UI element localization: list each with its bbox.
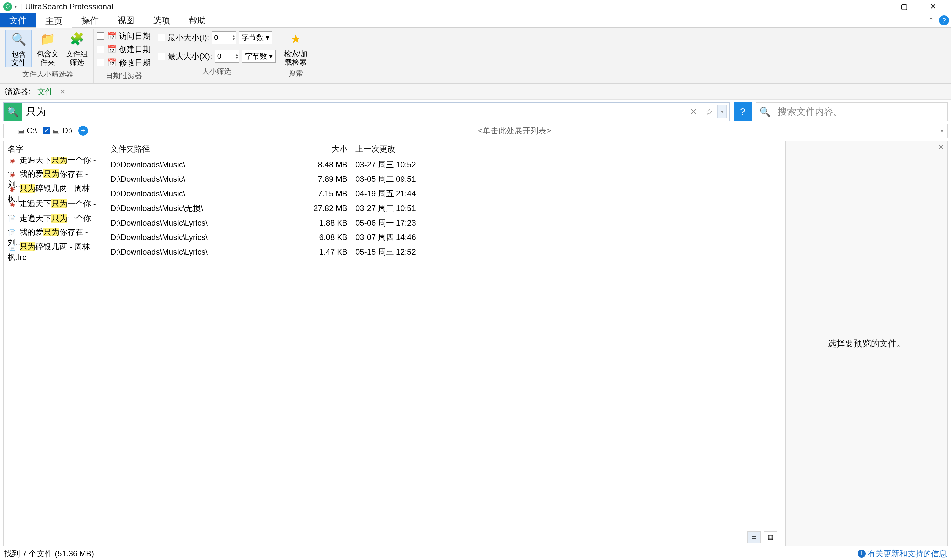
audio-file-icon: ◉ — [8, 200, 17, 209]
filter-label: 筛选器: — [5, 86, 31, 97]
drive-row-dropdown-icon[interactable]: ▾ — [941, 128, 943, 134]
query-help-button[interactable]: ? — [734, 102, 752, 121]
column-header-path[interactable]: 文件夹路径 — [106, 141, 292, 157]
drive-c-label: C:\ — [27, 126, 37, 135]
filter-strip: 筛选器: 文件 ✕ — [0, 84, 951, 100]
tab-file[interactable]: 文件 — [0, 13, 36, 28]
results-pane: 名字 文件夹路径 大小 上一次更改 ◉走遍天下只为一个你 - ...D:\Dow… — [3, 141, 782, 546]
chevron-down-icon: ▾ — [269, 52, 272, 61]
help-icon[interactable]: ? — [939, 15, 949, 25]
app-title: UltraSearch Professional — [25, 2, 113, 11]
table-row[interactable]: 📄只为碎银几两 - 周林枫.lrcD:\Downloads\Music\Lyri… — [4, 245, 781, 259]
file-file-icon: 📄 — [8, 243, 17, 252]
star-icon: ★ — [286, 30, 305, 48]
min-size-spinner[interactable]: ▲▼ — [212, 31, 236, 44]
drive-c-checkbox[interactable] — [8, 127, 15, 134]
include-files-button[interactable]: 🔍 包含 文件 — [5, 30, 32, 67]
min-size-checkbox[interactable] — [158, 34, 165, 42]
size-text: 1.47 KB — [292, 245, 351, 259]
min-size-input[interactable] — [212, 34, 231, 42]
create-date-label: 创建日期 — [119, 44, 151, 55]
path-text: D:\Downloads\Music\Lyrics\ — [106, 215, 292, 230]
table-row[interactable]: 📄走遍天下只为一个你 - ...D:\Downloads\Music\Lyric… — [4, 215, 781, 230]
close-button[interactable]: ✕ — [919, 0, 948, 13]
create-date-checkbox[interactable] — [97, 46, 104, 53]
clear-search-icon[interactable]: ✕ — [687, 105, 700, 118]
size-text: 8.48 MB — [292, 157, 351, 172]
search-icon: 🔍 — [759, 106, 771, 117]
access-date-checkbox[interactable] — [97, 32, 104, 40]
size-text: 7.15 MB — [292, 186, 351, 201]
ribbon-group-size-range: 最小大小(I): ▲▼ 字节数▾ 最大大小(X): ▲▼ 字节数▾ 大小筛选 — [154, 29, 279, 83]
date-text: 03-27 周三 10:52 — [351, 157, 431, 172]
column-header-size[interactable]: 大小 — [292, 141, 351, 157]
search-button[interactable]: 🔍 — [4, 103, 22, 120]
group-label-size-filter: 文件大小筛选器 — [5, 67, 90, 81]
max-size-input[interactable] — [215, 52, 234, 61]
group-label-search: 搜索 — [283, 66, 309, 80]
column-header-name[interactable]: 名字 — [4, 141, 106, 157]
view-grid-button[interactable]: ▦ — [764, 531, 777, 543]
max-size-unit-select[interactable]: 字节数▾ — [242, 50, 275, 63]
min-size-unit-select[interactable]: 字节数▾ — [239, 31, 272, 44]
file-file-icon: 📄 — [8, 214, 17, 223]
max-size-label: 最大大小(X): — [168, 51, 212, 62]
content-search-box: 🔍 — [756, 102, 948, 121]
tab-options[interactable]: 选项 — [144, 13, 180, 28]
view-list-button[interactable]: ☰ — [747, 531, 760, 543]
load-search-button[interactable]: ★ 检索/加 载检索 — [283, 30, 309, 66]
filegroup-filter-button[interactable]: 🧩 文件组 筛选 — [64, 30, 90, 66]
path-text: D:\Downloads\Music\ — [106, 186, 292, 201]
search-icon: 🔍 — [7, 106, 18, 117]
group-label-size-range: 大小筛选 — [158, 64, 275, 78]
audio-file-icon: ◉ — [8, 170, 17, 179]
ribbon-group-size-filter: 🔍 包含 文件 📁 包含文 件夹 🧩 文件组 筛选 文件大小筛选器 — [2, 29, 94, 83]
content-search-button[interactable]: 🔍 — [756, 103, 774, 120]
expand-list-hint[interactable]: <单击此处展开列表> — [94, 126, 935, 136]
active-filter-chip[interactable]: 文件 — [37, 86, 53, 97]
minimize-button[interactable]: — — [860, 0, 889, 13]
tab-home[interactable]: 主页 — [36, 14, 72, 28]
table-row[interactable]: ◉走遍天下只为一个你 - ...D:\Downloads\Music\8.48 … — [4, 157, 781, 172]
search-row: 🔍 ✕ ☆ ▾ ? 🔍 — [0, 100, 951, 123]
drive-d-checkbox[interactable] — [43, 127, 50, 134]
spinner-arrows-icon[interactable]: ▲▼ — [231, 34, 236, 42]
filegroup-icon: 🧩 — [68, 30, 86, 48]
spinner-arrows-icon[interactable]: ▲▼ — [234, 52, 239, 60]
search-input[interactable] — [22, 106, 687, 117]
calendar-icon: 📅 — [107, 31, 116, 41]
size-text: 6.08 KB — [292, 230, 351, 245]
table-body: ◉走遍天下只为一个你 - ...D:\Downloads\Music\8.48 … — [4, 157, 781, 546]
column-header-date[interactable]: 上一次更改 — [351, 141, 431, 157]
filter-chip-close-icon[interactable]: ✕ — [60, 88, 66, 96]
favorite-search-icon[interactable]: ☆ — [702, 105, 716, 118]
drive-icon: 🖴 — [18, 127, 24, 135]
tab-help[interactable]: 帮助 — [180, 13, 215, 28]
max-size-checkbox[interactable] — [158, 53, 165, 60]
maximize-button[interactable]: ▢ — [889, 0, 919, 13]
tab-operate[interactable]: 操作 — [72, 13, 108, 28]
qat-dropdown-icon[interactable]: ▾ — [15, 4, 17, 9]
table-row[interactable]: ◉只为碎银几两 - 周林枫.L...D:\Downloads\Music\7.1… — [4, 186, 781, 201]
update-info-link[interactable]: i 有关更新和支持的信息 — [857, 548, 947, 559]
table-row[interactable]: 📄我的爱只为你存在 - 刘...D:\Downloads\Music\Lyric… — [4, 230, 781, 245]
size-text: 27.82 MB — [292, 201, 351, 215]
tab-view[interactable]: 视图 — [108, 13, 144, 28]
include-folders-button[interactable]: 📁 包含文 件夹 — [34, 30, 61, 66]
magnifier-file-icon: 🔍 — [9, 30, 28, 49]
add-location-button[interactable]: + — [78, 126, 88, 136]
modify-date-checkbox[interactable] — [97, 59, 104, 66]
collapse-ribbon-icon[interactable]: ⌃ — [925, 13, 938, 28]
filename-text: 只为碎银几两 - 周林枫.lrc — [8, 242, 90, 262]
preview-close-icon[interactable]: ✕ — [938, 143, 944, 152]
table-row[interactable]: ◉我的爱只为你存在 - 刘...D:\Downloads\Music\7.89 … — [4, 172, 781, 186]
drive-icon: 🖴 — [53, 127, 60, 135]
search-history-dropdown[interactable]: ▾ — [717, 105, 727, 118]
drive-row: 🖴 C:\ 🖴 D:\ + <单击此处展开列表> ▾ — [3, 123, 948, 138]
size-text: 7.89 MB — [292, 172, 351, 186]
content-search-input[interactable] — [774, 106, 947, 117]
table-row[interactable]: ◉走遍天下只为一个你 - ...D:\Downloads\Music\无损\27… — [4, 201, 781, 215]
info-icon: i — [857, 550, 866, 558]
date-text: 05-15 周三 12:52 — [351, 244, 431, 260]
max-size-spinner[interactable]: ▲▼ — [215, 50, 240, 63]
